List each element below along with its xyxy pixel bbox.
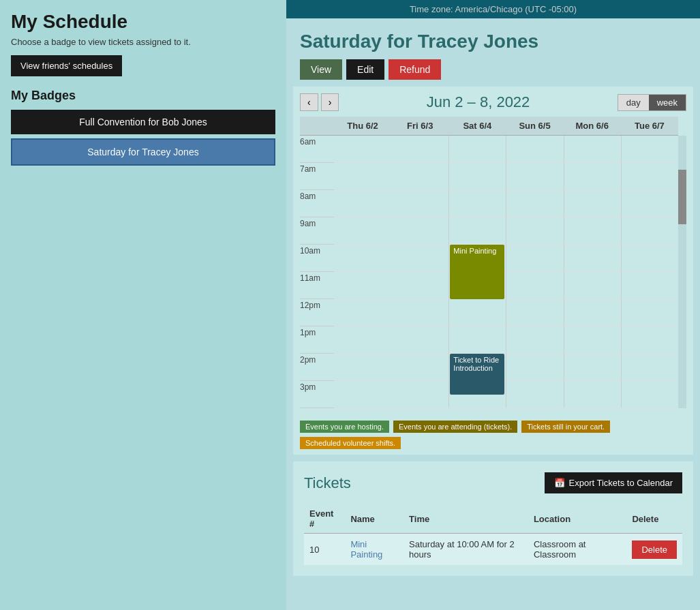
sun-8am <box>506 190 563 217</box>
col-name: Name <box>345 504 404 534</box>
time-3pm: 3pm <box>300 381 334 408</box>
export-calendar-button[interactable]: 📅 Export Tickets to Calendar <box>545 472 682 493</box>
thu-6am <box>334 136 391 163</box>
mon-11am <box>564 272 621 299</box>
badge-full-convention[interactable]: Full Convention for Bob Jones <box>11 110 275 134</box>
view-button[interactable]: View <box>300 59 342 80</box>
legend-cart: Tickets still in your cart. <box>521 421 610 433</box>
tue-7am <box>621 163 678 190</box>
mon-1pm <box>564 326 621 354</box>
sun-12pm <box>506 299 563 326</box>
row-delete-cell: Delete <box>626 534 682 566</box>
thu-12pm <box>334 299 391 326</box>
timezone-bar: Time zone: America/Chicago (UTC -05:00) <box>286 0 700 18</box>
legend-bar: Events you are hosting. Events you are a… <box>293 415 693 455</box>
thu-11am <box>334 272 391 299</box>
tue-12pm <box>621 299 678 326</box>
thu-7am <box>334 163 391 190</box>
time-2pm: 2pm <box>300 354 334 381</box>
sun-1pm <box>506 326 563 354</box>
sun-3pm <box>506 381 563 408</box>
legend-hosting: Events you are hosting. <box>300 421 389 433</box>
tue-9am <box>621 217 678 245</box>
left-panel: My Schedule Choose a badge to view ticke… <box>0 0 286 610</box>
fri-7am <box>391 163 448 190</box>
prev-button[interactable]: ‹ <box>300 93 318 111</box>
cal-nav-buttons: ‹ › <box>300 93 339 111</box>
ticket-header-buttons: View Edit Refund <box>300 59 686 80</box>
thu-8am <box>334 190 391 217</box>
row-name: Mini Painting <box>345 534 404 566</box>
sun-11am <box>506 272 563 299</box>
tickets-table: Event # Name Time Location Delete 10 Min… <box>304 504 682 565</box>
legend-attending: Events you are attending (tickets). <box>393 421 517 433</box>
time-12pm: 12pm <box>300 299 334 326</box>
fri-8am <box>391 190 448 217</box>
calendar-nav: ‹ › Jun 2 – 8, 2022 day week <box>300 93 686 111</box>
badge-saturday[interactable]: Saturday for Tracey Jones <box>11 138 275 166</box>
calendar-scrollbar[interactable] <box>678 136 686 408</box>
view-friends-button[interactable]: View friends' schedules <box>11 55 122 76</box>
time-1pm: 1pm <box>300 326 334 354</box>
time-7am: 7am <box>300 163 334 190</box>
fri-11am <box>391 272 448 299</box>
mon-2pm <box>564 354 621 381</box>
timezone-text: Time zone: America/Chicago (UTC -05:00) <box>410 4 577 14</box>
sat-9am <box>448 217 506 245</box>
legend-volunteer: Scheduled volunteer shifts. <box>300 437 401 449</box>
day-view-button[interactable]: day <box>618 95 649 110</box>
tickets-section: Tickets 📅 Export Tickets to Calendar Eve… <box>293 461 693 576</box>
thu-1pm <box>334 326 391 354</box>
col-location: Location <box>528 504 626 534</box>
fri-2pm <box>391 354 448 381</box>
right-panel: Time zone: America/Chicago (UTC -05:00) … <box>286 0 700 610</box>
event-ticket-ride[interactable]: Ticket to Ride Introduction <box>450 354 504 395</box>
mon-3pm <box>564 381 621 408</box>
tue-1pm <box>621 326 678 354</box>
time-9am: 9am <box>300 217 334 245</box>
table-row: 10 Mini Painting Saturday at 10:00 AM fo… <box>304 534 682 566</box>
mon-9am <box>564 217 621 245</box>
edit-button[interactable]: Edit <box>346 59 384 80</box>
mon-12pm <box>564 299 621 326</box>
cal-header-time <box>300 117 334 136</box>
tue-10am <box>621 245 678 272</box>
tickets-header: Tickets 📅 Export Tickets to Calendar <box>304 472 682 493</box>
sat-8am <box>448 190 506 217</box>
sun-10am <box>506 245 563 272</box>
sat-7am <box>448 163 506 190</box>
tue-8am <box>621 190 678 217</box>
cal-header-tue: Tue 6/7 <box>621 117 678 136</box>
row-time: Saturday at 10:00 AM for 2 hours <box>404 534 528 566</box>
tue-11am <box>621 272 678 299</box>
col-event-num: Event # <box>304 504 345 534</box>
ticket-header: Saturday for Tracey Jones View Edit Refu… <box>286 18 700 87</box>
event-mini-painting[interactable]: Mini Painting <box>450 245 504 299</box>
tue-2pm <box>621 354 678 381</box>
refund-button[interactable]: Refund <box>389 59 441 80</box>
next-button[interactable]: › <box>321 93 339 111</box>
sat-1pm <box>448 326 506 354</box>
mon-8am <box>564 190 621 217</box>
scrollbar-thumb[interactable] <box>678 170 686 224</box>
delete-button[interactable]: Delete <box>632 540 677 559</box>
col-time: Time <box>404 504 528 534</box>
cal-header-sat: Sat 6/4 <box>448 117 506 136</box>
calendar-section: ‹ › Jun 2 – 8, 2022 day week Thu 6/2 Fri… <box>293 87 693 415</box>
calendar-title: Jun 2 – 8, 2022 <box>339 93 617 111</box>
fri-9am <box>391 217 448 245</box>
cal-header-sun: Sun 6/5 <box>506 117 563 136</box>
time-10am: 10am <box>300 245 334 272</box>
tickets-table-header-row: Event # Name Time Location Delete <box>304 504 682 534</box>
week-view-button[interactable]: week <box>649 95 686 110</box>
sun-7am <box>506 163 563 190</box>
export-label: Export Tickets to Calendar <box>569 478 673 488</box>
mon-10am <box>564 245 621 272</box>
tue-6am <box>621 136 678 163</box>
time-11am: 11am <box>300 272 334 299</box>
sun-2pm <box>506 354 563 381</box>
cal-header-fri: Fri 6/3 <box>391 117 448 136</box>
my-badges-heading: My Badges <box>11 89 275 103</box>
mon-7am <box>564 163 621 190</box>
thu-9am <box>334 217 391 245</box>
